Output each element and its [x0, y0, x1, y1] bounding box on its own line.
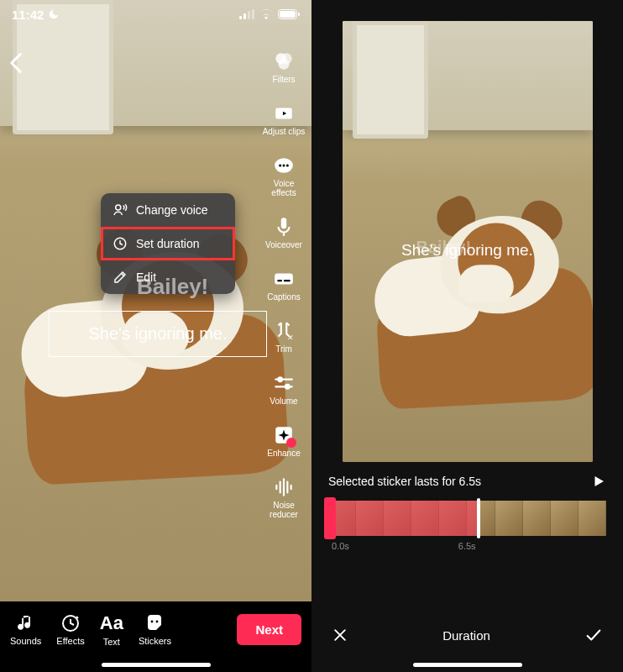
tool-label: Adjust clips: [263, 127, 306, 136]
moon-icon: [48, 8, 60, 20]
tool-filters[interactable]: Filters: [261, 50, 306, 84]
tool-voiceover[interactable]: Voiceover: [261, 216, 306, 249]
back-button[interactable]: [8, 52, 24, 74]
voiceover-icon: [273, 216, 295, 238]
overlay-text-active[interactable]: She's ignoring me.: [49, 311, 267, 357]
duration-message: Selected sticker lasts for 6.5s: [328, 475, 481, 488]
video-preview[interactable]: Bailey! She's ignoring me.: [343, 21, 593, 462]
status-time: 11:42: [12, 8, 44, 22]
bottom-toolbar: Sounds Effects Aa Text Stickers Next: [0, 601, 312, 672]
btool-label: Sounds: [10, 636, 41, 646]
tool-label: Trim: [275, 344, 292, 354]
svg-point-25: [285, 385, 290, 389]
enhance-enabled-badge: [286, 438, 296, 448]
preview-text: She's ignoring me.: [401, 241, 533, 260]
editor-screen: 11:42 Filters Adjust clips: [0, 0, 312, 672]
tool-enhance[interactable]: Enhance: [261, 424, 306, 458]
tool-label: Voice effects: [261, 179, 306, 197]
effects-icon: [60, 613, 81, 633]
status-bar: 11:42: [0, 0, 312, 29]
svg-point-14: [282, 164, 285, 166]
svg-rect-6: [298, 13, 300, 16]
noise-reducer-icon: [273, 476, 295, 498]
svg-rect-3: [252, 9, 254, 19]
tool-adjust-clips[interactable]: Adjust clips: [261, 102, 306, 136]
wifi-icon: [259, 9, 273, 19]
svg-rect-0: [239, 16, 242, 19]
text-icon: Aa: [100, 612, 123, 634]
svg-point-23: [278, 377, 282, 381]
svg-marker-38: [595, 476, 605, 486]
duration-bottom-bar: Duration: [312, 613, 623, 672]
svg-rect-2: [248, 11, 250, 19]
btool-label: Text: [103, 637, 120, 647]
confirm-button[interactable]: [584, 626, 603, 644]
svg-rect-20: [284, 280, 291, 281]
overlay-text-active-label: She's ignoring me.: [88, 324, 227, 344]
timeline-start-label: 0.0s: [332, 541, 349, 551]
home-indicator: [413, 663, 522, 667]
svg-rect-1: [243, 13, 246, 19]
tool-label: Filters: [272, 75, 295, 84]
tool-voice-effects[interactable]: Voice effects: [261, 155, 306, 197]
svg-rect-5: [280, 11, 296, 18]
voice-effects-icon: [273, 155, 295, 176]
svg-point-33: [116, 205, 121, 210]
voice-icon: [113, 202, 128, 218]
svg-text:✕: ✕: [287, 333, 294, 342]
timeline-selection: [328, 501, 479, 536]
svg-point-9: [279, 59, 290, 70]
duration-screen: Bailey! She's ignoring me. Selected stic…: [312, 0, 623, 672]
ctx-set-duration[interactable]: Set duration: [101, 227, 235, 260]
ctx-label: Change voice: [136, 203, 208, 217]
tool-volume[interactable]: Volume: [261, 372, 306, 406]
timeline-end-label: 6.5s: [458, 541, 476, 551]
tool-label: Volume: [270, 396, 297, 406]
home-indicator: [102, 663, 211, 667]
sounds-icon: [16, 613, 36, 633]
overlay-text-faded[interactable]: Bailey!: [137, 274, 208, 300]
btool-label: Stickers: [139, 636, 171, 646]
btool-label: Effects: [56, 636, 84, 646]
svg-point-36: [151, 620, 154, 622]
clock-icon: [113, 236, 128, 251]
svg-rect-18: [275, 274, 293, 285]
filters-icon: [273, 50, 295, 72]
tool-label: Enhance: [267, 449, 300, 458]
svg-point-15: [286, 164, 289, 166]
edit-icon: [113, 270, 128, 285]
tool-captions[interactable]: Captions: [261, 268, 306, 302]
volume-icon: [273, 372, 295, 394]
play-button[interactable]: [591, 474, 606, 489]
next-button[interactable]: Next: [237, 614, 301, 645]
edit-tool-column: Filters Adjust clips Voice effects Voice…: [261, 50, 306, 519]
svg-point-37: [156, 620, 159, 622]
tool-label: Noise reducer: [261, 501, 306, 519]
btool-text[interactable]: Aa Text: [100, 612, 123, 647]
duration-message-row: Selected sticker lasts for 6.5s: [312, 462, 623, 496]
tool-trim[interactable]: ✕ Trim: [261, 320, 306, 354]
timeline-handle-end[interactable]: [477, 498, 480, 538]
cancel-button[interactable]: [332, 627, 348, 643]
btool-effects[interactable]: Effects: [56, 613, 84, 646]
btool-sounds[interactable]: Sounds: [10, 613, 41, 646]
signal-icon: [239, 9, 254, 19]
svg-rect-19: [277, 280, 281, 281]
svg-rect-16: [281, 218, 287, 228]
tool-noise-reducer[interactable]: Noise reducer: [261, 476, 306, 519]
duration-title: Duration: [442, 628, 490, 643]
ctx-label: Set duration: [136, 237, 200, 250]
enhance-icon: [273, 424, 295, 446]
battery-icon: [278, 9, 300, 19]
btool-stickers[interactable]: Stickers: [139, 613, 171, 646]
tool-label: Captions: [267, 292, 300, 302]
duration-timeline[interactable]: [328, 501, 606, 536]
ctx-change-voice[interactable]: Change voice: [101, 193, 235, 227]
svg-point-13: [279, 164, 281, 166]
adjust-clips-icon: [273, 102, 295, 124]
captions-icon: [273, 268, 295, 290]
stickers-icon: [144, 613, 165, 633]
tool-label: Voiceover: [265, 240, 302, 249]
trim-icon: ✕: [273, 320, 295, 342]
timeline-handle-start[interactable]: [324, 497, 336, 539]
